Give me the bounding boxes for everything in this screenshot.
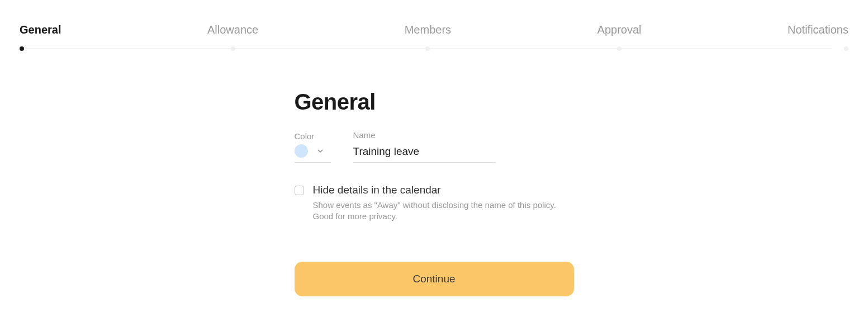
hide-details-label: Hide details in the calendar xyxy=(313,184,574,196)
step-dot xyxy=(617,46,622,51)
step-label: General xyxy=(20,23,61,36)
step-label: Allowance xyxy=(207,23,258,36)
content-panel: General Color Name Hide details in the c… xyxy=(295,89,574,296)
name-field: Name xyxy=(353,130,574,163)
step-general[interactable]: General xyxy=(20,0,61,36)
step-dot xyxy=(20,46,24,51)
hide-details-help: Show events as "Away" without disclosing… xyxy=(313,200,574,223)
hide-details-row: Hide details in the calendar Show events… xyxy=(295,184,574,223)
step-label: Notifications xyxy=(788,23,848,36)
name-label: Name xyxy=(353,130,574,140)
step-label: Approval xyxy=(597,23,642,36)
color-picker[interactable] xyxy=(295,144,331,163)
step-approval[interactable]: Approval xyxy=(597,0,642,36)
color-label: Color xyxy=(295,131,331,141)
step-dot xyxy=(425,46,430,51)
step-label: Members xyxy=(405,23,451,36)
stepper: General Allowance Members Approval Notif… xyxy=(0,0,868,50)
hide-details-checkbox[interactable] xyxy=(295,186,304,195)
step-dot xyxy=(231,46,235,51)
color-field: Color xyxy=(295,131,331,163)
page-title: General xyxy=(295,89,574,115)
continue-button[interactable]: Continue xyxy=(295,262,574,296)
name-input[interactable] xyxy=(353,143,496,163)
step-notifications[interactable]: Notifications xyxy=(788,0,848,36)
color-swatch xyxy=(295,144,308,158)
step-members[interactable]: Members xyxy=(405,0,451,36)
step-dot xyxy=(844,46,848,51)
chevron-down-icon xyxy=(317,148,324,154)
step-allowance[interactable]: Allowance xyxy=(207,0,258,36)
